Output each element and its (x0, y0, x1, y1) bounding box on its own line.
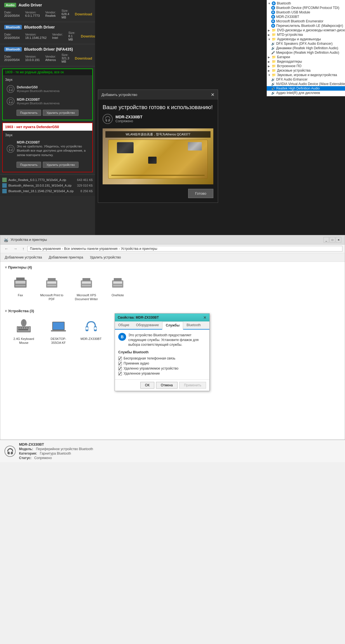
maximize-btn[interactable]: □ (330, 237, 335, 243)
tree-item-dynamics[interactable]: 🔊 Динамики (Realtek High Definition Audi… (267, 46, 345, 50)
svg-rect-3 (16, 278, 25, 280)
service-item-2: ✓ Удаленно управляемое устройство (118, 366, 206, 371)
tree-item-video[interactable]: ▶ 📁 Видеоадаптеры (267, 59, 345, 64)
tree-item-realtek[interactable]: 🔊 Realtek High Definition Audio (267, 86, 345, 91)
tree-item-audio[interactable]: ▼ 📁 Аудиовходы и аудиовыходы (267, 37, 345, 41)
devices-section-header: ∨ Устройства (3) (5, 309, 340, 313)
props-button-row: ОК Отмена Применить (115, 379, 209, 391)
ready-button[interactable]: Готово (188, 189, 213, 198)
props-close-btn[interactable]: ✕ (203, 315, 207, 320)
nav-up-btn[interactable]: ↑ (20, 246, 26, 252)
address-all: Все элементы панели управления (64, 247, 117, 251)
expand-icon-sg: ▼ (268, 74, 271, 77)
props-ok-btn[interactable]: ОК (140, 382, 154, 389)
svg-rect-11 (82, 278, 90, 281)
tab-hardware[interactable]: Оборудование (133, 321, 162, 329)
tree-item-nvidia-audio[interactable]: 🔊 NVIDIA Virtual Audio Device (Wave Exte… (267, 82, 345, 86)
nav-back-btn[interactable]: ← (3, 246, 10, 252)
red-connect-btn[interactable]: Подключить (16, 162, 41, 168)
tree-item-mdr[interactable]: B MDR-ZX330BT (267, 15, 345, 19)
remove-device-toolbar-btn[interactable]: Удалить устройство (89, 255, 122, 260)
green-remove-btn[interactable]: Удалить устройство (43, 110, 79, 116)
driver-panel: Audio Audio Driver Date: 2016/05/04 Vers… (0, 0, 95, 235)
svg-rect-18 (18, 327, 20, 328)
tree-item-disks[interactable]: ▶ 📁 Дисковые устройства (267, 68, 345, 73)
version-label-0: Version: (25, 11, 40, 14)
tree-item-firmware[interactable]: ▶ 📁 Встроенное ПО (267, 64, 345, 68)
window-titlebar: 🖨️ Устройства и принтеры _ □ ✕ (0, 235, 345, 245)
checkbox-0[interactable]: ✓ (118, 357, 122, 360)
expand-icon-mtd: ▶ (268, 33, 271, 36)
tree-label-realtek: Realtek High Definition Audio (276, 86, 320, 90)
red-sound-title: Звук (5, 133, 90, 137)
device-mdr[interactable]: MDR-ZX330BT (79, 316, 103, 347)
tree-item-sound-game[interactable]: ▼ 📁 Звуковые, игровые и видеоустройства (267, 73, 345, 77)
red-remove-btn[interactable]: Удалить устройство (43, 162, 79, 168)
download-btn-2[interactable]: Download (75, 56, 92, 60)
svg-rect-4 (46, 280, 57, 288)
add-device-toolbar-btn[interactable]: Добавление устройства (4, 255, 43, 260)
add-printer-toolbar-btn[interactable]: Добавление принтера (48, 255, 84, 260)
paired-device-status: Сопряжено (115, 119, 142, 123)
printers-section-header: ∨ Принтеры (4) (5, 265, 340, 269)
tab-bluetooth[interactable]: Bluetooth (183, 321, 204, 329)
tree-item-dvd[interactable]: ▶ 📁 DVD-дисководы и дисководы компакт-ди… (267, 28, 345, 32)
device-icon-nvidia-audio: 🔊 (271, 82, 275, 86)
printer-fax[interactable]: Fax (9, 272, 32, 303)
service-name-1: Приемник аудио (124, 361, 149, 365)
add-device-titlebar: Добавить устройство ✕ (98, 90, 218, 100)
tree-item-enum[interactable]: B Microsoft Bluetooth Enumerator (267, 19, 345, 23)
checkbox-3[interactable]: ✓ (118, 372, 122, 375)
tree-item-intel-audio[interactable]: 🔊 Аудио Intel(R) для дисплеев (267, 91, 345, 95)
minimize-btn[interactable]: _ (323, 237, 329, 243)
download-btn-0[interactable]: Download (75, 12, 92, 16)
address-bar[interactable]: Панель управления › Все элементы панели … (27, 246, 342, 252)
window-close-btn[interactable]: ✕ (336, 237, 341, 243)
nav-forward-btn[interactable]: → (11, 246, 19, 252)
paired-device-info: 🎧 MDR-ZX330BT Сопряжено (103, 114, 213, 124)
add-device-close-btn[interactable]: ✕ (211, 92, 214, 97)
vendor-label-1: Vendor: (52, 33, 63, 36)
devices-toggle[interactable]: ∨ (5, 309, 7, 313)
tree-item-rfcomm[interactable]: B Bluetooth Device (RFCOMM Protocol TDI) (267, 6, 345, 10)
service-name-2: Удаленно управляемое устройство (124, 366, 178, 370)
tree-item-dfx-speakers[interactable]: 🔊 DFX Speakers (DFX Audio Enhancer) (267, 41, 345, 46)
headphone-icon-1: 🎧 (7, 97, 15, 105)
tab-general[interactable]: Общие (115, 321, 133, 329)
props-cancel-btn[interactable]: Отмена (156, 382, 178, 389)
service-name-0: Беспроводная телефонная связь (124, 356, 175, 360)
printer-pdf[interactable]: Microsoft Print to PDF (37, 272, 66, 303)
green-connect-btn[interactable]: Подключить (16, 110, 41, 116)
service-name-3: Удаленное управление (124, 372, 160, 375)
date-value-2: 2016/05/04 (4, 58, 20, 62)
tab-services[interactable]: Службы (162, 321, 183, 330)
printer-xps[interactable]: Microsoft XPS Document Writer (72, 272, 101, 303)
bluetooth-badge-1: Bluetooth (4, 25, 22, 29)
printer-onenote[interactable]: OneNote (107, 272, 129, 303)
checkbox-2[interactable]: ✓ (118, 367, 122, 370)
printers-toggle[interactable]: ∨ (5, 265, 7, 269)
size-label-1: Size: (68, 31, 75, 34)
device-keyboard[interactable]: 2.4G Keyboard Mouse (9, 316, 38, 347)
file-item-2: Bluetooth_Intel_18.1.1546.2762_W10x64_A.… (2, 188, 93, 194)
tree-item-batteries[interactable]: ▶ 📁 Батареи (267, 55, 345, 59)
paired-device-icon: 🎧 (103, 114, 113, 124)
file-icon-2 (2, 189, 7, 193)
tree-item-bluetooth[interactable]: ▼ B Bluetooth (267, 1, 345, 6)
tree-item-mtd[interactable]: ▶ 📁 MTD-устройства (267, 32, 345, 37)
checkbox-1[interactable]: ✓ (118, 362, 122, 365)
folder-icon-fw: 📁 (272, 64, 276, 68)
tree-item-dfx-audio[interactable]: 🔊 DFX Audio Enhancer (267, 77, 345, 82)
audio-badge: Audio (4, 3, 16, 7)
tree-item-le[interactable]: B Перечислитель Bluetooth LE (Майкрософт… (267, 23, 345, 28)
device-laptop[interactable]: DESKTOP-3S5OA KF (44, 316, 73, 347)
tree-label-mdr: MDR-ZX330BT (276, 15, 299, 19)
svg-rect-28 (51, 330, 66, 332)
size-value-0: 628.4 MB (62, 12, 69, 19)
tree-item-usb[interactable]: B Bluetooth USB Module (267, 10, 345, 15)
svg-rect-5 (47, 281, 56, 284)
version-value-1: 18.1.1546.2762 (25, 36, 46, 39)
bt-icon-mdr: B (271, 15, 275, 19)
svg-rect-9 (82, 281, 91, 284)
tree-item-mic[interactable]: 🎤 Микрофон (Realtek High Definition Audi… (267, 50, 345, 55)
